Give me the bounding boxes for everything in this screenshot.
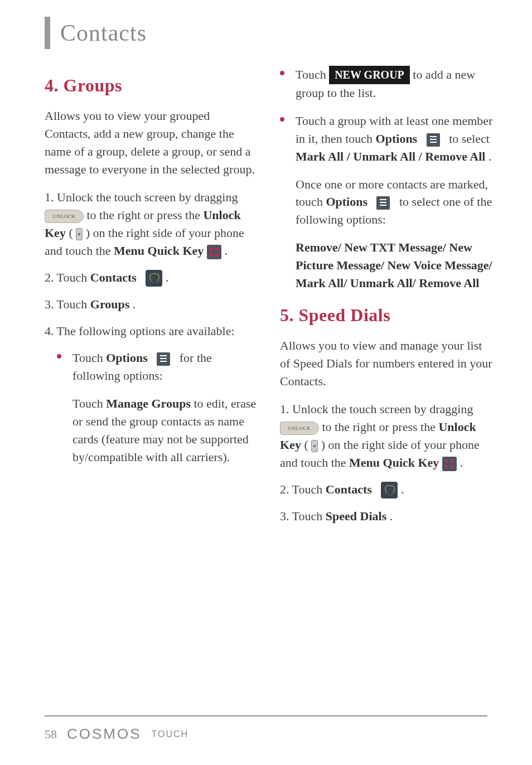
text: Touch — [72, 396, 106, 410]
header-accent-bar — [45, 17, 50, 49]
options-icon — [427, 133, 440, 147]
menu-quick-key-icon — [442, 457, 457, 471]
text: to select — [449, 132, 490, 146]
speed-step-2: 2. Touch Contacts . — [280, 481, 493, 499]
groups-step-4: 4. The following options are available: — [45, 322, 258, 340]
options-list: Remove/ New TXT Message/ New Picture Mes… — [280, 239, 493, 292]
options-icon — [157, 352, 170, 366]
text: to the right or press the — [322, 420, 439, 434]
options-label: Options — [106, 351, 148, 365]
text: 1. Unlock the touch screen by dragging — [45, 190, 238, 204]
content-columns: 4. Groups Allows you to view your groupe… — [45, 66, 493, 534]
unlock-slider-icon: UNLOCK — [280, 422, 319, 435]
text: . — [460, 456, 463, 469]
speed-dials-heading: 5. Speed Dials — [280, 302, 493, 328]
contacts-icon — [146, 270, 162, 287]
right-column: Touch NEW GROUP to add a new group to th… — [280, 66, 493, 534]
mark-all-label: Mark All / Unmark All / Remove All — [296, 149, 485, 163]
footer-line: 58 COSMOS TOUCH — [45, 725, 487, 743]
groups-step-1: 1. Unlock the touch screen by dragging U… — [45, 188, 258, 260]
footer-rule — [45, 715, 487, 716]
bullet-options: Touch Options for the following options: — [45, 349, 258, 385]
options-icon — [376, 196, 390, 210]
bullet-group-members: Touch a group with at least one member i… — [280, 112, 493, 166]
brand-sub: TOUCH — [152, 729, 189, 739]
text: ( — [304, 438, 311, 452]
bullet-dot-icon — [280, 117, 284, 122]
text: 1. Unlock the touch screen by dragging — [280, 402, 473, 416]
contacts-icon — [381, 482, 398, 498]
groups-label: Groups — [90, 297, 130, 311]
bullet-dot-icon — [280, 71, 284, 75]
bullet-new-group: Touch NEW GROUP to add a new group to th… — [280, 66, 493, 102]
groups-heading: 4. Groups — [45, 72, 258, 98]
unlock-key-icon — [76, 228, 83, 240]
text: Touch — [296, 67, 329, 81]
text: . — [401, 482, 404, 496]
manage-groups-block: Touch Manage Groups to edit, erase or se… — [45, 395, 258, 466]
left-column: 4. Groups Allows you to view your groupe… — [45, 66, 258, 534]
speed-dials-intro: Allows you to view and manage your list … — [280, 337, 493, 390]
bullet-dot-icon — [57, 354, 61, 359]
unlock-slider-icon: UNLOCK — [45, 210, 84, 223]
speed-dials-label: Speed Dials — [326, 509, 386, 523]
text: . — [133, 297, 136, 311]
page-number: 58 — [45, 727, 57, 742]
contacts-label: Contacts — [90, 270, 137, 284]
manage-groups-label: Manage Groups — [106, 396, 191, 410]
text: . — [390, 509, 393, 523]
menu-quick-key-icon — [207, 245, 221, 259]
unlock-key-icon — [311, 440, 318, 452]
groups-step-3: 3. Touch Groups . — [45, 296, 258, 313]
page: Contacts 4. Groups Allows you to view yo… — [0, 0, 532, 765]
groups-intro: Allows you to view your grouped Contacts… — [45, 107, 258, 178]
options-label: Options — [326, 195, 367, 209]
text: . — [166, 270, 169, 284]
marked-contacts-block: Once one or more contacts are marked, to… — [280, 176, 493, 229]
options-label: Options — [376, 132, 418, 146]
text: . — [489, 149, 492, 163]
text: 2. Touch — [280, 482, 326, 496]
text: 2. Touch — [45, 270, 90, 284]
speed-step-3: 3. Touch Speed Dials . — [280, 507, 493, 525]
brand-name: COSMOS — [67, 725, 142, 743]
new-group-button: NEW GROUP — [329, 66, 410, 84]
header-title: Contacts — [60, 17, 147, 49]
page-footer: 58 COSMOS TOUCH — [45, 715, 487, 743]
text: 3. Touch — [45, 297, 90, 311]
page-header: Contacts — [45, 17, 493, 49]
speed-step-1: 1. Unlock the touch screen by dragging U… — [280, 400, 493, 472]
menu-quick-key-label: Menu Quick Key — [114, 244, 204, 258]
text: 3. Touch — [280, 509, 326, 523]
text: ( — [69, 226, 76, 240]
text: Touch — [72, 351, 106, 365]
contacts-label: Contacts — [326, 482, 372, 496]
menu-quick-key-label: Menu Quick Key — [349, 456, 439, 469]
text: to the right or press the — [87, 208, 204, 222]
text: . — [224, 244, 228, 258]
groups-step-2: 2. Touch Contacts . — [45, 269, 258, 287]
